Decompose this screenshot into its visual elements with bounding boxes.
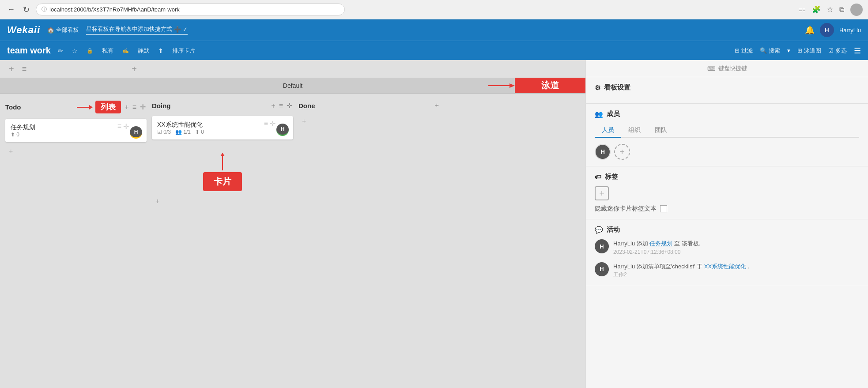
card-xx-title: XX系统性能优化 bbox=[157, 121, 203, 128]
tab-org[interactable]: 组织 bbox=[621, 124, 648, 138]
address-bar[interactable]: ⓘ localhost:2000/b/Xs3T7nRo7MHfbAanD/tea… bbox=[36, 4, 345, 15]
add-board-icon: ➕ bbox=[174, 26, 181, 33]
activity-card-link-2[interactable]: XX系统性能优化 bbox=[704, 263, 746, 270]
right-sidebar: ⌨ 键盘快捷键 ⚙ 看板设置 👥 成员 人员 组织 团队 H + bbox=[585, 60, 868, 388]
add-card-todo-btn[interactable]: + bbox=[5, 146, 16, 157]
list-done-actions: + bbox=[434, 101, 440, 110]
add-list-button[interactable]: + bbox=[5, 62, 18, 76]
svg-marker-1 bbox=[509, 83, 515, 88]
member-avatars-list: H + bbox=[595, 144, 859, 160]
sort-label[interactable]: 排序卡片 bbox=[170, 45, 197, 57]
card-move-icon[interactable]: ✛ bbox=[123, 122, 129, 131]
activity-user-1: HarryLiu bbox=[613, 240, 635, 247]
star-icon[interactable]: ☆ bbox=[70, 45, 79, 56]
hide-tag-checkbox[interactable] bbox=[660, 205, 667, 212]
keyboard-label: 键盘快捷键 bbox=[718, 64, 747, 72]
svg-marker-5 bbox=[220, 153, 225, 156]
card-task-plan-meta: ⬆ 0 bbox=[11, 132, 141, 138]
todo-arrow bbox=[77, 104, 93, 111]
lists-inner: Todo 列表 + ≡ ✛ bbox=[0, 94, 585, 388]
hide-tag-text: 隐藏迷你卡片标签文本 bbox=[595, 205, 657, 213]
list-doing-title: Doing bbox=[152, 102, 268, 109]
list-todo-title: Todo bbox=[5, 103, 74, 111]
list-todo: Todo 列表 + ≡ ✛ bbox=[5, 99, 147, 383]
list-doing-header: Doing + ≡ ✛ bbox=[152, 99, 293, 113]
tab-team[interactable]: 团队 bbox=[648, 124, 674, 138]
back-button[interactable]: ← bbox=[5, 3, 17, 16]
activity-title: 💬 活动 bbox=[595, 226, 859, 234]
activity-avatar-2: H bbox=[595, 262, 609, 276]
card-menu-icon2[interactable]: ≡ bbox=[264, 120, 268, 128]
card-menu-icon[interactable]: ≡ bbox=[117, 122, 121, 131]
checklist-icon: ☑ 0/3 bbox=[157, 129, 171, 135]
members-section: 👥 成员 人员 组织 团队 H + bbox=[586, 104, 868, 166]
lock-icon: 🔒 bbox=[85, 46, 95, 56]
menu-icon[interactable]: ☰ bbox=[854, 46, 861, 56]
browser-actions: ⩵ 🧩 ☆ ⧉ bbox=[799, 4, 863, 16]
todo-menu-btn[interactable]: ≡ bbox=[132, 102, 137, 112]
list-doing: Doing + ≡ ✛ XX系统性能优化 ☑ 0/3 👥 1/1 bbox=[152, 99, 293, 383]
activity-suffix-1: 至 该看板. bbox=[674, 240, 700, 247]
add-tag-button[interactable]: + bbox=[595, 186, 609, 200]
grid-icon: ⊞ bbox=[797, 47, 802, 54]
activity-time-1: 2023-02-21T07:12:36+08:00 bbox=[613, 248, 700, 256]
filter-icon: ⊞ bbox=[735, 47, 740, 54]
refresh-button[interactable]: ↻ bbox=[21, 3, 31, 16]
list-menu-icon[interactable]: ≡ bbox=[22, 64, 27, 74]
doing-move-btn[interactable]: ✛ bbox=[286, 101, 293, 111]
add-card-doing-btn[interactable]: + bbox=[152, 196, 163, 207]
settings-icon: ⚙ bbox=[595, 84, 600, 92]
add-card-done-btn[interactable]: + bbox=[298, 116, 309, 127]
user-avatar[interactable]: H bbox=[820, 23, 834, 37]
browser-star-icon[interactable]: ☆ bbox=[827, 5, 833, 14]
add-list-button-2[interactable]: + bbox=[128, 62, 140, 76]
reader-icon[interactable]: ⩵ bbox=[799, 6, 806, 14]
card-move-icon2[interactable]: ✛ bbox=[270, 120, 275, 128]
dropdown-icon[interactable]: ▾ bbox=[787, 47, 790, 54]
swim-lane-label: Default bbox=[283, 82, 302, 89]
sort-icon: ⬆ bbox=[156, 45, 165, 56]
card-annotation: 卡片 bbox=[152, 153, 293, 191]
edit-icon[interactable]: ✏ bbox=[56, 45, 65, 56]
add-member-button[interactable]: + bbox=[614, 144, 630, 160]
keyboard-icon: ⌨ bbox=[707, 65, 716, 72]
board-settings-title: ⚙ 看板设置 bbox=[595, 83, 859, 92]
done-add-btn[interactable]: + bbox=[434, 101, 440, 110]
browser-user-avatar[interactable] bbox=[850, 4, 863, 16]
board-title: team work bbox=[7, 45, 51, 56]
private-label[interactable]: 私有 bbox=[100, 45, 115, 57]
doing-add-btn[interactable]: + bbox=[270, 101, 276, 111]
multiselect-btn[interactable]: ☑ 多选 bbox=[828, 47, 847, 55]
todo-add-btn[interactable]: + bbox=[124, 102, 129, 112]
extensions-icon[interactable]: 🧩 bbox=[812, 5, 821, 14]
card-arrow-up bbox=[218, 153, 227, 170]
card-actions: ≡ ✛ bbox=[117, 122, 129, 131]
member-avatar-h: H bbox=[595, 144, 611, 160]
notification-icon[interactable]: 🔔 bbox=[805, 25, 815, 35]
sidebar-keyboard-header: ⌨ 键盘快捷键 bbox=[586, 60, 868, 77]
activity-item-1: H HarryLiu 添加 任务规划 至 该看板. 2023-02-21T07:… bbox=[595, 239, 859, 256]
activity-action-2: 添加清单项至'checklist' 于 bbox=[637, 263, 702, 270]
todo-move-btn[interactable]: ✛ bbox=[139, 102, 147, 112]
mute-label[interactable]: 静默 bbox=[136, 45, 151, 57]
tab-icon[interactable]: ⧉ bbox=[839, 6, 844, 14]
list-done-header: Done + bbox=[298, 99, 440, 112]
search-btn[interactable]: 🔍 搜索 bbox=[760, 47, 780, 55]
members-tabs: 人员 组织 团队 bbox=[595, 124, 859, 138]
doing-menu-btn[interactable]: ≡ bbox=[278, 101, 284, 111]
app-header: Wekaii 🏠 全部看板 星标看板在导航条中添加快捷方式 ➕ ✓ 🔔 H Ha… bbox=[0, 19, 868, 41]
list-doing-actions: + ≡ ✛ bbox=[270, 101, 293, 111]
nav-star-tip[interactable]: 星标看板在导航条中添加快捷方式 ➕ ✓ bbox=[86, 25, 188, 35]
list-done: Done + + bbox=[298, 99, 440, 383]
list-todo-actions: + ≡ ✛ bbox=[124, 102, 147, 112]
app-logo: Wekaii bbox=[7, 24, 40, 36]
card-xx-perf[interactable]: XX系统性能优化 ☑ 0/3 👥 1/1 ⬆ 0 ≡ ✛ H bbox=[152, 116, 293, 139]
tab-people[interactable]: 人员 bbox=[595, 124, 621, 138]
filter-btn[interactable]: ⊞ 过滤 bbox=[735, 47, 753, 55]
swimlane-btn[interactable]: ⊞ 泳道图 bbox=[797, 47, 821, 55]
nav-boards[interactable]: 🏠 全部看板 bbox=[47, 26, 79, 34]
board-header-right: ⊞ 过滤 🔍 搜索 ▾ ⊞ 泳道图 ☑ 多选 ☰ bbox=[735, 46, 861, 56]
card-task-plan[interactable]: 任务规划 ⬆ 0 ≡ ✛ H bbox=[5, 119, 147, 142]
activity-card-link-1[interactable]: 任务规划 bbox=[649, 240, 672, 247]
activity-text-1: HarryLiu 添加 任务规划 至 该看板. 2023-02-21T07:12… bbox=[613, 239, 700, 256]
